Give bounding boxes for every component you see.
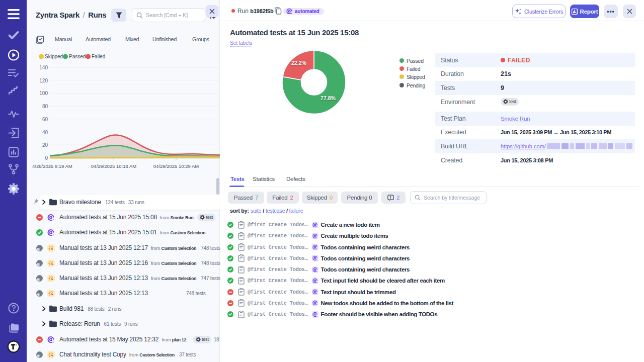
svg-text:40: 40 [42,130,48,135]
svg-text:20: 20 [42,142,48,148]
svg-text:22.2%: 22.2% [291,60,306,66]
svg-text:04/29/2025 10:29 AM: 04/29/2025 10:29 AM [153,163,199,169]
svg-text:04/29/2025 10:18 AM: 04/29/2025 10:18 AM [91,163,136,169]
svg-text:80: 80 [42,104,48,109]
svg-text:Skipped: Skipped [45,54,63,59]
svg-text:Failed: Failed [92,54,105,59]
svg-text:Passed: Passed [69,54,86,59]
svg-text:140: 140 [39,65,48,70]
svg-text:77.8%: 77.8% [320,95,336,101]
svg-text:120: 120 [39,78,48,83]
svg-text:0: 0 [45,155,48,161]
svg-text:100: 100 [39,90,48,96]
svg-text:60: 60 [42,117,48,122]
svg-text:4/28/2025 9:19 AM: 4/28/2025 9:19 AM [32,163,72,169]
